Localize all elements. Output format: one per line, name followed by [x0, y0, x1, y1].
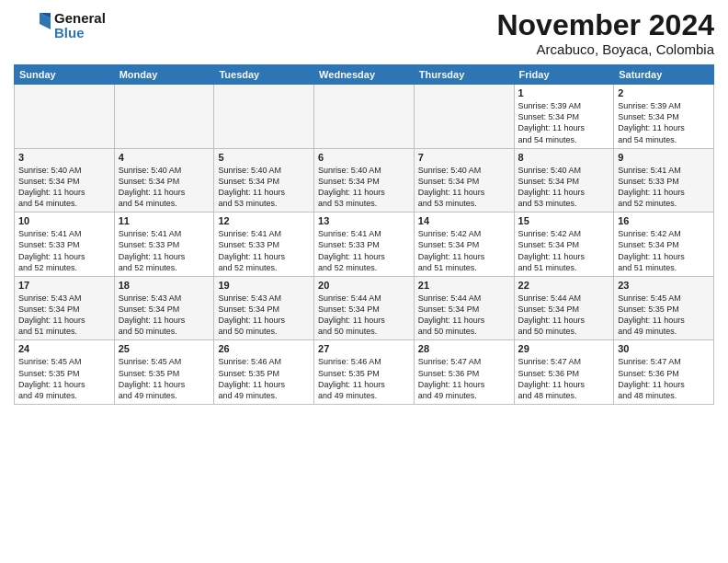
day-info: Sunrise: 5:46 AM Sunset: 5:35 PM Dayligh… — [318, 356, 410, 401]
calendar-cell: 19Sunrise: 5:43 AM Sunset: 5:34 PM Dayli… — [214, 276, 314, 340]
calendar-cell: 1Sunrise: 5:39 AM Sunset: 5:34 PM Daylig… — [514, 85, 614, 149]
day-number: 18 — [119, 280, 210, 291]
day-info: Sunrise: 5:39 AM Sunset: 5:34 PM Dayligh… — [518, 100, 610, 145]
day-number: 8 — [518, 152, 610, 163]
day-number: 21 — [418, 280, 510, 291]
day-number: 19 — [218, 280, 310, 291]
day-info: Sunrise: 5:47 AM Sunset: 5:36 PM Dayligh… — [518, 356, 610, 401]
col-tuesday: Tuesday — [214, 65, 314, 85]
calendar-cell: 16Sunrise: 5:42 AM Sunset: 5:34 PM Dayli… — [614, 213, 714, 277]
calendar-row: 10Sunrise: 5:41 AM Sunset: 5:33 PM Dayli… — [15, 213, 714, 277]
day-info: Sunrise: 5:39 AM Sunset: 5:34 PM Dayligh… — [618, 100, 710, 145]
day-info: Sunrise: 5:41 AM Sunset: 5:33 PM Dayligh… — [318, 228, 410, 273]
day-number: 4 — [119, 152, 210, 163]
header: General Blue November 2024 Arcabuco, Boy… — [14, 9, 714, 57]
logo-icon — [14, 9, 51, 42]
day-info: Sunrise: 5:41 AM Sunset: 5:33 PM Dayligh… — [618, 165, 710, 210]
day-info: Sunrise: 5:47 AM Sunset: 5:36 PM Dayligh… — [418, 356, 510, 401]
calendar-row: 1Sunrise: 5:39 AM Sunset: 5:34 PM Daylig… — [15, 85, 714, 149]
day-number: 11 — [119, 215, 210, 226]
calendar-cell: 21Sunrise: 5:44 AM Sunset: 5:34 PM Dayli… — [414, 276, 514, 340]
calendar-row: 17Sunrise: 5:43 AM Sunset: 5:34 PM Dayli… — [15, 276, 714, 340]
calendar-cell — [314, 85, 415, 149]
calendar-cell: 6Sunrise: 5:40 AM Sunset: 5:34 PM Daylig… — [314, 148, 415, 213]
day-info: Sunrise: 5:47 AM Sunset: 5:36 PM Dayligh… — [618, 356, 710, 401]
day-number: 28 — [418, 343, 510, 354]
day-info: Sunrise: 5:40 AM Sunset: 5:34 PM Dayligh… — [418, 165, 510, 210]
day-info: Sunrise: 5:43 AM Sunset: 5:34 PM Dayligh… — [119, 293, 210, 338]
calendar-cell: 25Sunrise: 5:45 AM Sunset: 5:35 PM Dayli… — [114, 340, 214, 405]
day-number: 22 — [518, 280, 610, 291]
calendar-cell: 26Sunrise: 5:46 AM Sunset: 5:35 PM Dayli… — [214, 340, 314, 405]
day-info: Sunrise: 5:42 AM Sunset: 5:34 PM Dayligh… — [418, 228, 510, 273]
calendar-cell: 23Sunrise: 5:45 AM Sunset: 5:35 PM Dayli… — [614, 276, 714, 340]
calendar-row: 24Sunrise: 5:45 AM Sunset: 5:35 PM Dayli… — [15, 340, 714, 405]
day-number: 15 — [518, 215, 610, 226]
day-number: 10 — [18, 215, 110, 226]
day-number: 30 — [618, 343, 710, 354]
day-number: 3 — [18, 152, 110, 163]
day-number: 24 — [18, 343, 110, 354]
logo-general: General — [54, 11, 106, 27]
day-number: 14 — [418, 215, 510, 226]
calendar-cell: 13Sunrise: 5:41 AM Sunset: 5:33 PM Dayli… — [314, 213, 415, 277]
day-number: 9 — [618, 152, 710, 163]
calendar-cell: 29Sunrise: 5:47 AM Sunset: 5:36 PM Dayli… — [514, 340, 614, 405]
calendar-table: Sunday Monday Tuesday Wednesday Thursday… — [14, 64, 714, 405]
day-number: 26 — [218, 343, 310, 354]
calendar-cell: 28Sunrise: 5:47 AM Sunset: 5:36 PM Dayli… — [414, 340, 514, 405]
day-info: Sunrise: 5:44 AM Sunset: 5:34 PM Dayligh… — [418, 293, 510, 338]
col-monday: Monday — [114, 65, 214, 85]
calendar-cell: 30Sunrise: 5:47 AM Sunset: 5:36 PM Dayli… — [614, 340, 714, 405]
calendar-cell — [414, 85, 514, 149]
calendar-cell: 2Sunrise: 5:39 AM Sunset: 5:34 PM Daylig… — [614, 85, 714, 149]
day-number: 27 — [318, 343, 410, 354]
day-info: Sunrise: 5:40 AM Sunset: 5:34 PM Dayligh… — [318, 165, 410, 210]
day-number: 17 — [18, 280, 110, 291]
calendar-cell: 8Sunrise: 5:40 AM Sunset: 5:34 PM Daylig… — [514, 148, 614, 213]
calendar-cell: 5Sunrise: 5:40 AM Sunset: 5:34 PM Daylig… — [214, 148, 314, 213]
calendar-cell: 9Sunrise: 5:41 AM Sunset: 5:33 PM Daylig… — [614, 148, 714, 213]
col-thursday: Thursday — [414, 65, 514, 85]
day-info: Sunrise: 5:40 AM Sunset: 5:34 PM Dayligh… — [119, 165, 210, 210]
day-info: Sunrise: 5:45 AM Sunset: 5:35 PM Dayligh… — [18, 356, 110, 401]
day-number: 23 — [618, 280, 710, 291]
day-info: Sunrise: 5:44 AM Sunset: 5:34 PM Dayligh… — [518, 293, 610, 338]
month-title: November 2024 — [496, 9, 714, 41]
calendar-cell: 14Sunrise: 5:42 AM Sunset: 5:34 PM Dayli… — [414, 213, 514, 277]
day-info: Sunrise: 5:43 AM Sunset: 5:34 PM Dayligh… — [218, 293, 310, 338]
calendar-cell: 12Sunrise: 5:41 AM Sunset: 5:33 PM Dayli… — [214, 213, 314, 277]
day-info: Sunrise: 5:40 AM Sunset: 5:34 PM Dayligh… — [18, 165, 110, 210]
calendar-cell: 27Sunrise: 5:46 AM Sunset: 5:35 PM Dayli… — [314, 340, 415, 405]
day-number: 16 — [618, 215, 710, 226]
col-wednesday: Wednesday — [314, 65, 415, 85]
logo: General Blue — [14, 9, 106, 42]
calendar-cell — [114, 85, 214, 149]
calendar-cell — [214, 85, 314, 149]
day-number: 12 — [218, 215, 310, 226]
day-number: 20 — [318, 280, 410, 291]
col-saturday: Saturday — [614, 65, 714, 85]
calendar-cell: 15Sunrise: 5:42 AM Sunset: 5:34 PM Dayli… — [514, 213, 614, 277]
day-info: Sunrise: 5:44 AM Sunset: 5:34 PM Dayligh… — [318, 293, 410, 338]
day-info: Sunrise: 5:45 AM Sunset: 5:35 PM Dayligh… — [618, 293, 710, 338]
calendar-cell: 22Sunrise: 5:44 AM Sunset: 5:34 PM Dayli… — [514, 276, 614, 340]
calendar-row: 3Sunrise: 5:40 AM Sunset: 5:34 PM Daylig… — [15, 148, 714, 213]
calendar-cell — [15, 85, 115, 149]
day-number: 5 — [218, 152, 310, 163]
logo-blue: Blue — [54, 26, 106, 41]
calendar-cell: 24Sunrise: 5:45 AM Sunset: 5:35 PM Dayli… — [15, 340, 115, 405]
title-block: November 2024 Arcabuco, Boyaca, Colombia — [496, 9, 714, 57]
col-sunday: Sunday — [15, 65, 115, 85]
location-subtitle: Arcabuco, Boyaca, Colombia — [496, 41, 714, 57]
calendar-cell: 17Sunrise: 5:43 AM Sunset: 5:34 PM Dayli… — [15, 276, 115, 340]
day-number: 7 — [418, 152, 510, 163]
day-number: 29 — [518, 343, 610, 354]
calendar-cell: 11Sunrise: 5:41 AM Sunset: 5:33 PM Dayli… — [114, 213, 214, 277]
day-number: 2 — [618, 87, 710, 98]
calendar-cell: 10Sunrise: 5:41 AM Sunset: 5:33 PM Dayli… — [15, 213, 115, 277]
day-number: 13 — [318, 215, 410, 226]
page: General Blue November 2024 Arcabuco, Boy… — [0, 0, 728, 419]
day-info: Sunrise: 5:45 AM Sunset: 5:35 PM Dayligh… — [119, 356, 210, 401]
day-info: Sunrise: 5:41 AM Sunset: 5:33 PM Dayligh… — [218, 228, 310, 273]
